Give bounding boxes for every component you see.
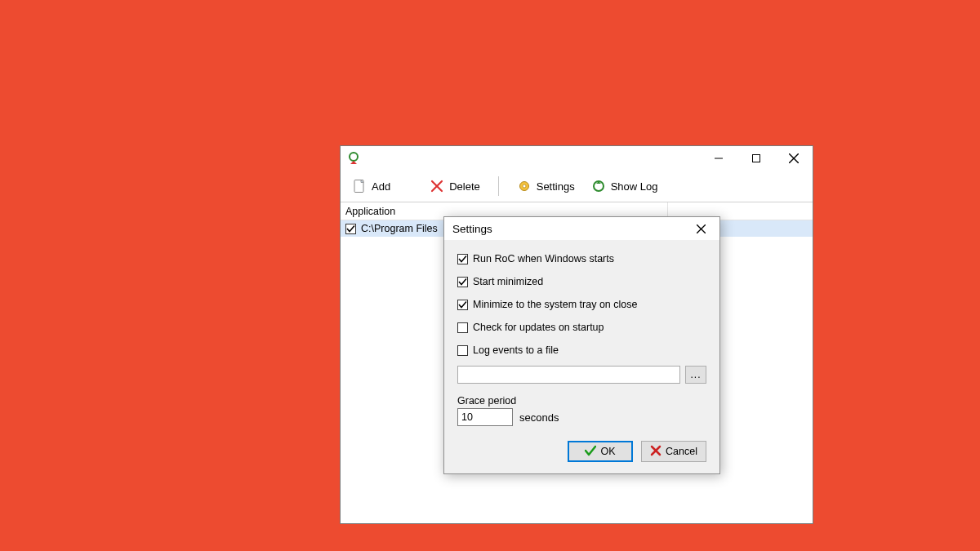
option-label: Log events to a file	[473, 344, 559, 356]
settings-button[interactable]: Settings	[510, 176, 581, 197]
option-label: Start minimized	[473, 276, 543, 287]
delete-label: Delete	[449, 180, 480, 193]
checkbox-icon[interactable]	[457, 300, 468, 310]
log-path-input[interactable]	[457, 366, 680, 384]
option-check-updates[interactable]: Check for updates on startup	[457, 322, 706, 333]
ok-label: OK	[600, 446, 615, 457]
option-start-minimized[interactable]: Start minimized	[457, 276, 706, 287]
minimize-button[interactable]	[700, 146, 737, 171]
svg-point-0	[350, 153, 358, 161]
close-button[interactable]	[775, 146, 813, 171]
row-checkbox[interactable]	[345, 224, 356, 234]
option-minimize-to-tray[interactable]: Minimize to the system tray on close	[457, 299, 706, 310]
settings-label: Settings	[537, 180, 575, 193]
gear-icon	[517, 179, 532, 193]
cancel-button[interactable]: Cancel	[641, 441, 706, 462]
titlebar	[341, 146, 813, 171]
maximize-button[interactable]	[737, 146, 775, 171]
svg-point-9	[523, 184, 526, 188]
x-icon	[650, 445, 662, 459]
dialog-titlebar: Settings	[444, 217, 719, 240]
dialog-title: Settings	[452, 223, 492, 235]
check-icon	[585, 445, 596, 459]
add-button[interactable]: Add	[345, 176, 397, 197]
option-run-on-start[interactable]: Run RoC when Windows starts	[457, 253, 706, 264]
dialog-buttons: OK Cancel	[457, 441, 706, 462]
delete-x-icon	[430, 179, 444, 193]
column-application-label: Application	[345, 206, 395, 217]
settings-dialog: Settings Run RoC when Windows starts Sta…	[443, 216, 720, 474]
toolbar: Add Delete Settings Show Log	[341, 171, 813, 202]
svg-rect-2	[753, 155, 760, 162]
option-log-to-file[interactable]: Log events to a file	[457, 344, 706, 356]
show-log-label: Show Log	[611, 180, 658, 193]
add-label: Add	[372, 180, 390, 193]
row-path: C:\Program Files	[361, 223, 438, 234]
browse-button[interactable]: ...	[685, 366, 706, 384]
grace-period-label: Grace period	[457, 395, 706, 407]
toolbar-separator	[498, 176, 499, 196]
show-log-button[interactable]: Show Log	[585, 176, 665, 197]
log-path-row: ...	[457, 366, 706, 384]
dialog-close-button[interactable]	[687, 220, 715, 238]
grace-period-row: seconds	[457, 408, 706, 426]
dialog-body: Run RoC when Windows starts Start minimi…	[444, 240, 719, 473]
checkbox-icon[interactable]	[457, 277, 468, 287]
browse-label: ...	[690, 369, 701, 380]
option-label: Minimize to the system tray on close	[473, 299, 637, 310]
add-document-icon	[352, 179, 367, 193]
grace-period-unit: seconds	[519, 411, 559, 424]
checkbox-icon[interactable]	[457, 322, 468, 333]
cancel-label: Cancel	[666, 446, 697, 457]
grace-period-input[interactable]	[457, 408, 513, 426]
refresh-log-icon	[591, 179, 606, 193]
checkbox-icon[interactable]	[457, 254, 468, 264]
option-label: Check for updates on startup	[473, 322, 604, 333]
delete-button[interactable]: Delete	[423, 176, 487, 197]
option-label: Run RoC when Windows starts	[473, 253, 614, 264]
checkbox-icon[interactable]	[457, 345, 468, 356]
ok-button[interactable]: OK	[568, 441, 633, 462]
app-icon	[347, 152, 360, 165]
